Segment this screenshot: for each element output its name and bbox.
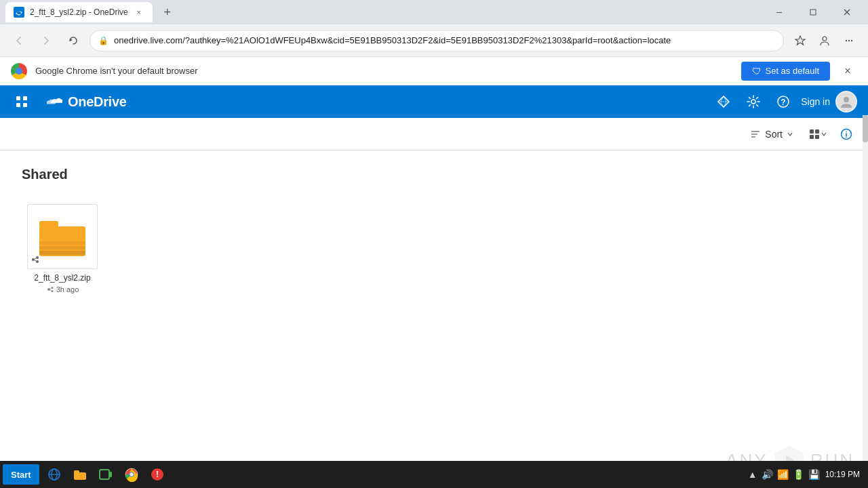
tab-close-button[interactable]: × [134,7,144,18]
info-button[interactable] [835,123,857,145]
svg-point-41 [51,290,53,292]
file-card-thumbnail [27,204,98,269]
svg-rect-2 [776,12,782,13]
file-name: 2_ftt_8_ysl2.zip [34,273,90,284]
drive-icon[interactable]: 💾 [808,469,820,480]
taskbar-chrome-icon[interactable] [119,462,144,487]
svg-point-15 [751,100,755,104]
shield-icon: 🛡 [752,66,762,77]
banner-message: Google Chrome isn't your default browser [35,66,733,76]
section-title: Shared [22,167,846,182]
sign-in-area[interactable]: Sign in [801,91,857,113]
sort-label: Sort [765,129,783,140]
toolbar: Sort [0,118,868,150]
onedrive-header: OneDrive ? Sig [0,85,868,118]
close-window-button[interactable] [831,2,863,22]
svg-point-35 [36,256,39,259]
bookmark-star-icon[interactable] [789,30,811,52]
tray-arrow-icon[interactable]: ▲ [748,469,757,480]
svg-rect-49 [74,470,79,474]
diamond-icon[interactable] [711,89,736,114]
network-icon[interactable]: 📶 [777,469,789,480]
back-button[interactable] [8,30,30,52]
taskbar-icons: ! [42,462,170,487]
svg-rect-3 [810,9,816,15]
header-right: ? Sign in [711,89,857,114]
svg-rect-51 [109,472,112,477]
chrome-logo-icon [11,63,27,79]
title-bar: 2_ftt_8_ysl2.zip - OneDrive × + [0,0,868,24]
svg-rect-23 [815,129,819,134]
window-controls [764,2,863,22]
set-default-button[interactable]: 🛡 Set as default [741,62,831,81]
user-avatar [835,91,857,113]
svg-rect-14 [23,103,27,107]
url-bar[interactable]: 🔒 onedrive.live.com/?authkey=%21AОlO1dWF… [90,30,784,52]
svg-line-42 [50,288,52,289]
onedrive-title: OneDrive [68,94,127,110]
default-browser-banner: Google Chrome isn't your default browser… [0,57,868,85]
address-bar: 🔒 onedrive.live.com/?authkey=%21AОlO1dWF… [0,24,868,57]
help-icon[interactable]: ? [771,89,795,114]
banner-close-button[interactable]: × [838,62,857,81]
onedrive-logo[interactable]: OneDrive [43,94,127,110]
lock-icon: 🔒 [98,36,108,45]
svg-rect-22 [810,129,814,134]
battery-icon[interactable]: 🔋 [793,469,804,480]
svg-point-28 [846,131,847,132]
svg-line-43 [50,289,52,290]
svg-point-7 [823,37,827,41]
view-toggle-button[interactable] [806,123,830,145]
minimize-button[interactable] [764,2,795,22]
apps-grid-icon[interactable] [11,91,33,113]
taskbar-ie-icon[interactable] [42,462,66,487]
file-card[interactable]: 2_ftt_8_ysl2.zip 3h ago [22,199,103,299]
sort-button[interactable]: Sort [743,125,800,144]
profile-icon[interactable] [814,30,835,52]
svg-point-39 [47,288,50,291]
svg-rect-12 [23,96,27,100]
svg-rect-24 [810,135,814,139]
tab-favicon [14,7,24,18]
view-chevron-icon [821,131,827,138]
system-tray: ▲ 🔊 📶 🔋 💾 [748,469,820,480]
svg-rect-13 [16,103,20,107]
grid-view-icon [808,128,821,140]
new-tab-button[interactable]: + [158,3,177,22]
zip-folder-svg [38,216,87,258]
forward-button[interactable] [35,30,57,52]
svg-marker-6 [70,39,73,41]
shared-time-icon [46,285,54,293]
file-shared-indicator [31,255,40,266]
svg-rect-25 [815,135,819,139]
active-tab[interactable]: 2_ftt_8_ysl2.zip - OneDrive × [5,2,153,22]
maximize-button[interactable] [797,2,829,22]
settings-icon[interactable] [741,89,766,114]
menu-icon[interactable] [838,30,860,52]
taskbar-red-icon[interactable]: ! [145,462,170,487]
svg-rect-11 [16,96,20,100]
tab-title: 2_ftt_8_ysl2.zip - OneDrive [30,7,128,17]
svg-point-36 [36,260,39,263]
volume-icon[interactable]: 🔊 [762,469,773,480]
main-content: Shared [0,150,868,488]
address-right-icons [789,30,860,52]
svg-text:!: ! [156,470,159,479]
set-default-label: Set as default [766,66,820,76]
scrollbar[interactable] [863,115,868,461]
svg-point-34 [32,258,35,261]
svg-line-38 [35,260,36,261]
refresh-button[interactable] [62,30,84,52]
scrollbar-thumb[interactable] [863,115,868,142]
svg-point-18 [844,97,849,102]
taskbar-media-icon[interactable] [94,462,118,487]
svg-line-37 [35,258,36,259]
taskbar: Start [0,461,868,488]
svg-rect-50 [100,470,109,479]
sign-in-text: Sign in [801,96,830,107]
taskbar-folder-icon[interactable] [68,462,92,487]
file-timestamp: 3h ago [56,285,79,293]
start-button[interactable]: Start [3,464,39,485]
svg-rect-31 [39,251,85,255]
svg-point-8 [846,39,847,41]
